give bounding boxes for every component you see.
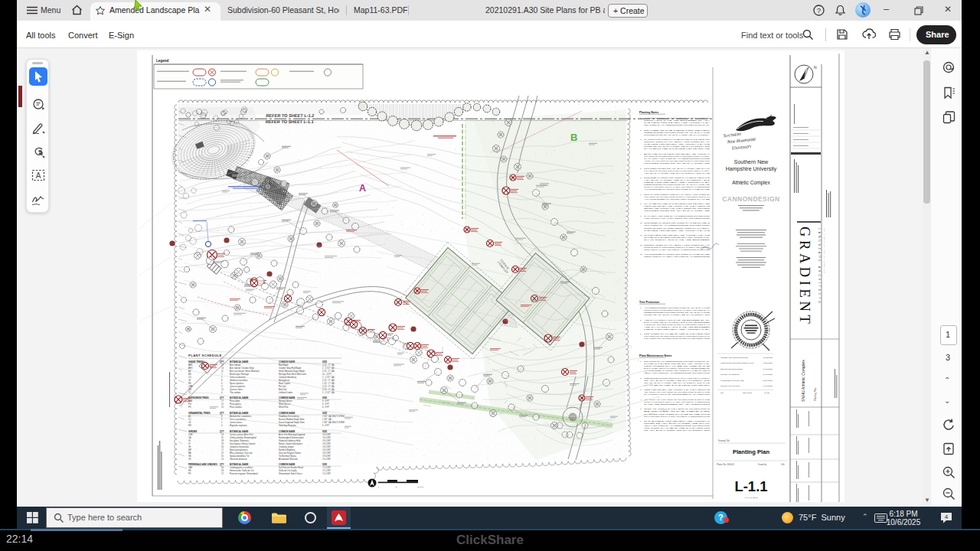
svg-text:Tree Protection: Tree Protection (639, 301, 659, 304)
svg-text:DESIGN DEVELOPMENT: DESIGN DEVELOPMENT (720, 368, 743, 370)
svg-text:Hampshire University: Hampshire University (726, 166, 777, 172)
svg-text:1 OF 3 SHEETS: 1 OF 3 SHEETS (744, 497, 758, 499)
svg-text:3.: 3. (640, 389, 642, 391)
svg-text:LOCATIONS OF ALL UNDERGROUND U: LOCATIONS OF ALL UNDERGROUND UTILITIES P… (644, 124, 710, 126)
svg-text:Planting Plan: Planting Plan (733, 448, 769, 455)
svg-text:NO.: NO. (720, 392, 724, 394)
svg-text:1.: 1. (640, 360, 642, 363)
svg-text:01/22/2021: 01/22/2021 (763, 357, 773, 359)
svg-text:6.: 6. (640, 177, 642, 179)
svg-text:Karl Foerster Feather Reed: Karl Foerster Feather Reed (279, 466, 303, 469)
svg-text:1.: 1. (640, 307, 642, 309)
svg-text:Planting Plan: Planting Plan (814, 387, 817, 401)
svg-text:9.: 9. (640, 215, 642, 217)
svg-text:SCHEMATIC DESIGN: SCHEMATIC DESIGN (720, 373, 740, 376)
svg-text:PROGRESS PRICING SET: PROGRESS PRICING SET (720, 380, 744, 382)
svg-text:SHALL NOTIFY DIG SAFE AND ENGI: SHALL NOTIFY DIG SAFE AND ENGINEER (644, 239, 710, 241)
svg-text:PV: PV (188, 472, 191, 475)
svg-text:6.: 6. (640, 420, 642, 422)
svg-text:SHALL NOTIFY DIG SAFE AND ENGI: SHALL NOTIFY DIG SAFE AND ENGINEER OF AN… (644, 393, 710, 396)
svg-text:Legend: Legend (156, 59, 169, 63)
svg-text:AND APPROVAL BY THE LANDSCAPE: AND APPROVAL BY THE LANDSCAPE ARCHITECT … (644, 217, 710, 220)
svg-text:Shenandoah Switch Grass: Shenandoah Switch Grass (279, 472, 302, 475)
svg-text:SNHU Athletic Complex: SNHU Athletic Complex (801, 360, 805, 402)
svg-text:CONTRACTOR SHALL VERIFY LOCATI: CONTRACTOR SHALL VERIFY LOCATIONS OF ALL… (644, 249, 710, 251)
svg-text:Project No. 2004.02: Project No. 2004.02 (717, 463, 734, 466)
svg-text:Stella de Oro Daylily: Stella de Oro Daylily (279, 469, 297, 472)
svg-text:5.: 5. (640, 168, 642, 170)
svg-text:Athletic Complex: Athletic Complex (732, 180, 770, 186)
svg-text:Southern New: Southern New (734, 159, 769, 165)
svg-text:12.: 12. (640, 244, 643, 246)
svg-text:THE FIELD FOR REVIEW AND APPRO: THE FIELD FOR REVIEW AND APPROVAL BY THE (644, 230, 710, 232)
svg-text:NO. 5 MAIN ST SUITE 2 BOSTO: NO. 5 MAIN ST SUITE 2 BOSTON (823, 228, 825, 273)
svg-text:UTILITIES PRIOR TO ANY EXCAVAT: UTILITIES PRIOR TO ANY EXCAVATION AND SH… (644, 134, 710, 136)
svg-text:ALL PROPOSED PLANTING LOCATION: ALL PROPOSED PLANTING LOCATIONS SHALL BE (644, 198, 710, 201)
svg-text:Chk: Chk (781, 463, 785, 466)
svg-text:SCHEMATIC KICKOFF: SCHEMATIC KICKOFF (720, 385, 741, 387)
svg-text:80 Feet: 80 Feet (417, 486, 423, 488)
svg-text:Planting Notes: Planting Notes (639, 111, 658, 114)
svg-text:Panicum virgatum 'Shenandoah': Panicum virgatum 'Shenandoah' (230, 472, 259, 475)
svg-text:UTILITIES PRIOR TO ANY EXCAVAT: UTILITIES PRIOR TO ANY EXCAVATION AND (644, 162, 710, 165)
svg-text:N: N (814, 65, 817, 70)
svg-text:13.: 13. (640, 253, 643, 256)
svg-text:09/18/2020: 09/18/2020 (763, 368, 773, 370)
svg-text:11/20/2020: 11/20/2020 (763, 362, 773, 364)
svg-text:UTILITIES PRIOR TO ANY EXCAVAT: UTILITIES PRIOR TO ANY EXCAVATION AND (644, 210, 710, 212)
svg-text:HS: HS (188, 469, 191, 472)
svg-text:2.: 2. (640, 319, 642, 321)
svg-text:2.: 2. (640, 129, 642, 132)
svg-text:FIELD FOR REVIEW AND APPROVAL: FIELD FOR REVIEW AND APPROVAL BY (644, 328, 710, 331)
svg-text:1.: 1. (640, 117, 642, 119)
svg-text:05/29/2020: 05/29/2020 (763, 380, 773, 382)
svg-text:VERIFY LOCATIONS OF ALL UNDERG: VERIFY LOCATIONS OF ALL UNDERGROUND UTIL… (644, 372, 710, 374)
svg-text:PRIOR TO ANY EXCAVATION AND SH: PRIOR TO ANY EXCAVATION AND SHALL NOTIFY… (644, 314, 710, 316)
svg-text:#1 CONT: #1 CONT (322, 472, 331, 475)
svg-text:3.: 3. (640, 333, 642, 335)
svg-text:THE LANDSCAPE ARCHITECT PRIOR: THE LANDSCAPE ARCHITECT PRIOR TO INSTALL… (644, 337, 710, 340)
svg-text:CANNONDESIGN: CANNONDESIGN (722, 195, 779, 203)
svg-text:07/10/2020: 07/10/2020 (763, 373, 773, 376)
svg-text:Plant Maintenance Notes: Plant Maintenance Notes (639, 354, 672, 357)
svg-text:?: ? (817, 7, 821, 15)
svg-text:5.: 5. (640, 408, 642, 410)
svg-text:4: 4 (945, 514, 949, 520)
svg-text:GRADIENT: GRADIENT (797, 227, 812, 327)
svg-text:Drawing Title: Drawing Title (718, 439, 730, 442)
svg-text:11.: 11. (640, 234, 643, 236)
svg-text:#1 CONT: #1 CONT (322, 469, 331, 472)
svg-text:L-1.1: L-1.1 (734, 478, 767, 494)
svg-text:SHALL BE STAKED IN THE FIELD F: SHALL BE STAKED IN THE FIELD FOR REVIEW … (644, 148, 710, 150)
svg-text:LANDSCAPE ARCHITECTS: LANDSCAPE ARCHITECTS (818, 228, 821, 305)
svg-text:DATE: DATE (765, 392, 770, 394)
svg-text:CAK: CAK (188, 466, 193, 469)
svg-text:10.: 10. (640, 222, 643, 224)
svg-text:A: A (36, 171, 41, 180)
svg-text:CONSTRUCTION DOCUMENTS 100%: CONSTRUCTION DOCUMENTS 100% (720, 362, 755, 364)
svg-text:REVISION: REVISION (743, 392, 752, 394)
svg-text:#1 CONT: #1 CONT (322, 466, 331, 469)
svg-text:INSTALLATION CONTRACTOR SHALL: INSTALLATION CONTRACTOR SHALL VERIFY LOC… (644, 416, 710, 418)
svg-text:SAFE AND ENGINEER OF ANY CONFL: SAFE AND ENGINEER OF ANY CONFLICTS (644, 403, 710, 406)
svg-text:8.: 8. (640, 203, 642, 205)
svg-text:SHALL BE STAKED IN THE FIELD F: SHALL BE STAKED IN THE FIELD FOR REVIEW (644, 384, 710, 386)
svg-text:Calamagrostis x acutiflora: Calamagrostis x acutiflora (230, 466, 253, 469)
svg-text:ALL PROPOSED PLANTING LOCATION: ALL PROPOSED PLANTING LOCATIONS SHALL BE… (644, 188, 710, 191)
svg-text:ISSUED FOR CONSTRUCTION: ISSUED FOR CONSTRUCTION (720, 357, 748, 359)
svg-text:Hemerocallis 'Stella de Oro': Hemerocallis 'Stella de Oro' (230, 469, 254, 472)
svg-text:3.: 3. (640, 139, 642, 141)
svg-text:CONTRACTOR SHALL VERIFY LOCATI: CONTRACTOR SHALL VERIFY LOCATIONS OF ALL… (644, 256, 710, 258)
svg-text:7.: 7. (640, 194, 642, 196)
svg-text:TO ANY EXCAVATION AND SHALL NO: TO ANY EXCAVATION AND SHALL NOTIFY DIG (644, 429, 710, 432)
svg-text:04/03/2020: 04/03/2020 (763, 385, 773, 387)
svg-text:2.: 2. (640, 377, 642, 380)
svg-text:4.: 4. (640, 153, 642, 155)
svg-text:Drawn by:: Drawn by: (758, 463, 767, 466)
svg-text:ANY EXCAVATION AND SHALL NOTIF: ANY EXCAVATION AND SHALL NOTIFY DIG SAFE (644, 172, 710, 174)
svg-text:4.: 4. (640, 399, 642, 401)
